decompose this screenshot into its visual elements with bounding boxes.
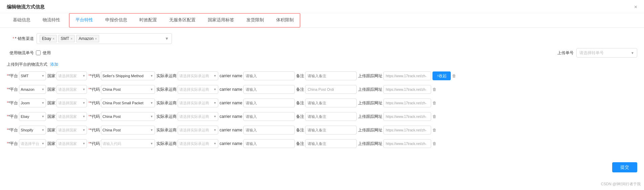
carrier-select-2[interactable]: 请选择实际承运商 ▼	[178, 99, 218, 107]
country-select-3[interactable]: 请选择国家 ▼	[57, 112, 87, 121]
carrier-name-cell-5: carrier name	[220, 139, 295, 148]
notes-cell-0: 备注	[296, 71, 357, 80]
tag-label: SMT	[61, 36, 69, 41]
carrier-name-input-0[interactable]	[243, 71, 295, 80]
code-select-5[interactable]: 请输入代码 ▼	[101, 139, 155, 148]
close-button[interactable]: ×	[634, 4, 637, 10]
platform-select-2[interactable]: Joom ▼	[19, 99, 46, 107]
code-select-1[interactable]: China Post ▼	[101, 85, 155, 94]
tab-declare[interactable]: 申报价信息	[99, 14, 133, 27]
notes-label-1: 备注	[296, 87, 304, 92]
code-select-3[interactable]: China Post ▼	[101, 112, 155, 121]
code-select-2[interactable]: China Post Small Packet ▼	[101, 99, 155, 107]
carrier-name-input-3[interactable]	[243, 112, 295, 121]
code-select-0[interactable]: Seller's Shipping Method ▼	[101, 71, 155, 80]
tab-platform[interactable]: 平台特性	[69, 14, 99, 27]
country-select-1[interactable]: 请选择国家 ▼	[57, 85, 87, 94]
carrier-name-label-0: carrier name	[220, 73, 242, 78]
carrier-name-label-1: carrier name	[220, 87, 242, 92]
code-label-3: *代码	[88, 114, 99, 120]
delete-button-5[interactable]: 🗑	[432, 141, 437, 146]
delete-button-3[interactable]: 🗑	[432, 114, 437, 119]
sales-channel-label: * 销售渠道	[7, 36, 34, 42]
platform-value-2: Joom	[21, 101, 30, 105]
tab-basic[interactable]: 基础信息	[7, 14, 37, 27]
save-button-0[interactable]: ↑收起	[432, 71, 451, 80]
add-row-button[interactable]: 添加	[50, 62, 58, 67]
tag-close[interactable]: ×	[95, 37, 97, 41]
shipping-row-2: *平台 Joom ▼ 国家 请选择国家 ▼ *代码 China Post Sma…	[7, 97, 637, 109]
url-cell-0: 上传跟踪网址	[358, 71, 431, 80]
tab-country[interactable]: 国家适用标签	[202, 14, 240, 27]
sales-channel-input[interactable]: Ebay×SMT×Amazon×▼	[37, 33, 172, 44]
notes-input-5[interactable]	[305, 139, 357, 148]
delete-button-1[interactable]: 🗑	[432, 87, 437, 92]
platform-select-4[interactable]: Shopify ▼	[19, 126, 46, 134]
notes-cell-1: 备注	[296, 85, 357, 94]
tag-close[interactable]: ×	[71, 37, 73, 41]
carrier-name-input-5[interactable]	[243, 139, 295, 148]
carrier-placeholder-2: 请选择实际承运商	[179, 101, 209, 106]
country-cell-3: 国家 请选择国家 ▼	[47, 112, 87, 121]
country-label-0: 国家	[47, 73, 55, 79]
code-label-4: *代码	[88, 127, 99, 133]
country-select-5[interactable]: 请选择国家 ▼	[57, 139, 87, 148]
sales-channel-row: * 销售渠道 Ebay×SMT×Amazon×▼	[7, 33, 637, 44]
carrier-select-4[interactable]: 请选择实际承运商 ▼	[178, 126, 218, 134]
code-value-1: China Post	[103, 87, 121, 91]
platform-select-3[interactable]: Ebay ▼	[19, 112, 46, 121]
upload-no-row: 上传单号 请选择转单号 ▼	[553, 48, 637, 58]
url-input-1[interactable]	[383, 85, 431, 94]
platform-select-1[interactable]: Amazon ▼	[19, 85, 46, 94]
carrier-name-input-4[interactable]	[243, 126, 295, 134]
logistics-checkbox[interactable]	[36, 50, 41, 55]
url-input-5[interactable]	[383, 139, 431, 148]
carrier-name-input-1[interactable]	[243, 85, 295, 94]
notes-input-2[interactable]	[305, 99, 357, 107]
country-select-0[interactable]: 请选择国家 ▼	[57, 71, 87, 80]
url-input-0[interactable]	[383, 71, 431, 80]
url-input-2[interactable]	[383, 99, 431, 107]
tag-label: Ebay	[42, 36, 51, 41]
delete-button-2[interactable]: 🗑	[432, 101, 437, 105]
country-arrow-5: ▼	[82, 142, 85, 145]
submit-button[interactable]: 提交	[612, 162, 637, 172]
carrier-label-5: 实际承运商	[156, 141, 177, 147]
tab-noservice[interactable]: 无服务区配置	[163, 14, 202, 27]
platform-value-1: Amazon	[21, 87, 34, 91]
carrier-select-3[interactable]: 请选择实际承运商 ▼	[178, 112, 218, 121]
platform-select-0[interactable]: SMT ▼	[19, 71, 46, 80]
carrier-arrow-4: ▼	[214, 128, 217, 132]
upload-no-label: 上传单号	[553, 50, 574, 56]
notes-input-1[interactable]	[305, 85, 357, 94]
tab-shipment[interactable]: 发货限制	[240, 14, 270, 27]
code-select-4[interactable]: China Post ▼	[101, 126, 155, 134]
url-input-4[interactable]	[383, 126, 431, 134]
notes-input-0[interactable]	[305, 71, 357, 80]
tab-volume[interactable]: 体积限制	[270, 14, 300, 27]
carrier-name-input-2[interactable]	[243, 99, 295, 107]
tag-close[interactable]: ×	[52, 37, 54, 41]
watermark: CSDN @9时间行者于我	[601, 182, 641, 187]
country-select-4[interactable]: 请选择国家 ▼	[57, 126, 87, 134]
upload-no-select[interactable]: 请选择转单号 ▼	[576, 48, 637, 58]
shipping-rows-container: *平台 SMT ▼ 国家 请选择国家 ▼ *代码 Seller's Shippi…	[7, 70, 637, 149]
tab-timeliness[interactable]: 时效配置	[133, 14, 163, 27]
shipping-row-5: *平台 请选择平台 ▼ 国家 请选择国家 ▼ *代码 请输入代码 ▼ 实际承运商…	[7, 138, 637, 149]
notes-input-4[interactable]	[305, 126, 357, 134]
tab-logistics[interactable]: 物流特性	[37, 14, 66, 27]
delete-button-4[interactable]: 🗑	[432, 128, 437, 132]
country-placeholder-4: 请选择国家	[58, 128, 77, 133]
url-input-3[interactable]	[383, 112, 431, 121]
carrier-label-3: 实际承运商	[156, 114, 177, 120]
carrier-select-0[interactable]: 请选择实际承运商 ▼	[178, 71, 218, 80]
country-select-2[interactable]: 请选择国家 ▼	[57, 99, 87, 107]
delete-button-0[interactable]: 🗑	[452, 73, 456, 78]
notes-input-3[interactable]	[305, 112, 357, 121]
carrier-name-cell-0: carrier name	[220, 71, 295, 80]
carrier-select-1[interactable]: 请选择实际承运商 ▼	[178, 85, 218, 94]
carrier-select-5[interactable]: 请选择实际承运商 ▼	[178, 139, 218, 148]
platform-value-3: Ebay	[21, 114, 29, 119]
code-cell-3: *代码 China Post ▼	[88, 112, 155, 121]
platform-select-5[interactable]: 请选择平台 ▼	[19, 139, 46, 148]
